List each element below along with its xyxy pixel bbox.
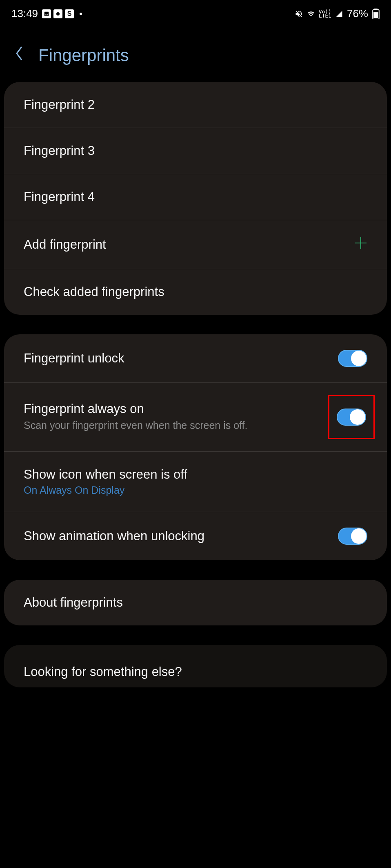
mute-vibrate-icon: [294, 10, 303, 18]
app-icon-s: S: [65, 9, 74, 18]
fingerprint-always-on-item[interactable]: Fingerprint always on Scan your fingerpr…: [4, 383, 387, 452]
more-dot-icon: [80, 13, 82, 15]
svg-point-0: [56, 12, 60, 15]
fingerprint-item-4[interactable]: Fingerprint 4: [4, 174, 387, 220]
about-fingerprints-label: About fingerprints: [24, 595, 367, 610]
fingerprint-unlock-toggle[interactable]: [338, 350, 367, 367]
lte-indicator: Vo)) LTE1: [319, 10, 331, 18]
show-animation-item[interactable]: Show animation when unlocking: [4, 512, 387, 560]
footer-card: Looking for something else?: [4, 645, 387, 687]
fingerprint-unlock-label: Fingerprint unlock: [24, 351, 338, 366]
fingerprint-label: Fingerprint 4: [24, 190, 367, 204]
show-icon-subtitle: On Always On Display: [24, 484, 367, 496]
svg-rect-3: [373, 12, 378, 18]
footer-text: Looking for something else?: [24, 665, 367, 679]
fingerprint-item-2[interactable]: Fingerprint 2: [4, 82, 387, 128]
show-icon-item[interactable]: Show icon when screen is off On Always O…: [4, 452, 387, 512]
fingerprint-label: Fingerprint 2: [24, 97, 367, 112]
about-fingerprints-item[interactable]: About fingerprints: [4, 580, 387, 625]
show-icon-label: Show icon when screen is off: [24, 467, 367, 482]
status-left: 13:49 S: [11, 7, 82, 20]
fingerprint-item-3[interactable]: Fingerprint 3: [4, 128, 387, 174]
highlight-annotation: [328, 395, 375, 439]
show-animation-label: Show animation when unlocking: [24, 529, 338, 543]
page-title: Fingerprints: [38, 46, 129, 65]
fingerprint-always-on-toggle[interactable]: [337, 409, 366, 426]
fingerprint-unlock-item[interactable]: Fingerprint unlock: [4, 334, 387, 383]
wifi-icon: [307, 10, 315, 18]
signal-icon: [335, 10, 344, 18]
status-right: Vo)) LTE1 76%: [294, 7, 380, 20]
fingerprint-always-on-label: Fingerprint always on: [24, 402, 328, 416]
check-fingerprints-item[interactable]: Check added fingerprints: [4, 269, 387, 315]
back-button[interactable]: [14, 45, 24, 66]
fingerprint-always-on-subtitle: Scan your fingerprint even when the scre…: [24, 419, 277, 433]
fingerprint-settings-card: Fingerprint unlock Fingerprint always on…: [4, 334, 387, 560]
fingerprints-card: Fingerprint 2 Fingerprint 3 Fingerprint …: [4, 82, 387, 315]
status-bar: 13:49 S Vo)) LTE1 76%: [0, 0, 391, 25]
battery-icon: [372, 9, 380, 19]
add-fingerprint-label: Add fingerprint: [24, 237, 354, 252]
add-fingerprint-item[interactable]: Add fingerprint: [4, 220, 387, 269]
page-header: Fingerprints: [0, 25, 391, 82]
status-time: 13:49: [11, 7, 38, 20]
about-card: About fingerprints: [4, 580, 387, 625]
battery-percentage: 76%: [347, 7, 368, 20]
fingerprint-label: Fingerprint 3: [24, 144, 367, 158]
show-animation-toggle[interactable]: [338, 528, 367, 545]
plus-icon: [354, 236, 367, 253]
check-fingerprints-label: Check added fingerprints: [24, 285, 367, 299]
gallery-icon: [42, 9, 51, 18]
app-icon-1: [53, 9, 62, 18]
